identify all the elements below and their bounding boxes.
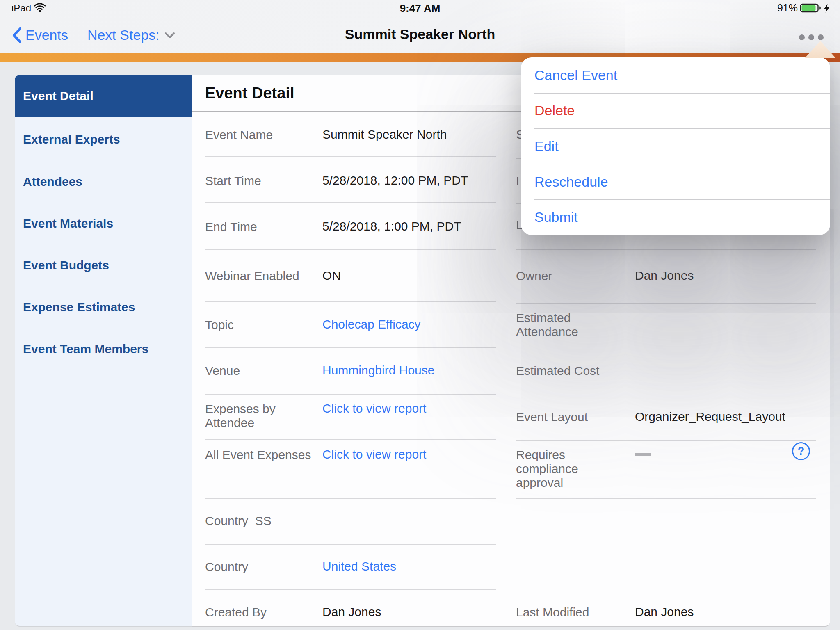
field-value: 5/28/2018, 1:00 PM, PDT <box>322 219 461 234</box>
row-divider <box>205 498 496 499</box>
field-value: ON <box>322 268 341 283</box>
sidebar-item-event-detail[interactable]: Event Detail <box>15 75 192 117</box>
venue-link[interactable]: Hummingbird House <box>322 363 434 378</box>
empty-value-dash <box>635 453 651 456</box>
battery-percent: 91% <box>777 2 798 14</box>
row-divider <box>205 439 496 440</box>
field-label: Country_SS <box>205 514 314 528</box>
field-label: Event Layout <box>516 410 604 424</box>
app-screen: iPad 9:47 AM 91% Even <box>0 0 840 630</box>
next-steps-button[interactable]: Next Steps: <box>87 27 175 43</box>
charging-bolt-icon <box>824 4 829 13</box>
ellipsis-dot <box>808 34 814 40</box>
field-label: Webinar Enabled <box>205 269 314 283</box>
row-divider <box>516 395 816 395</box>
row-divider <box>516 498 816 499</box>
row-divider <box>516 303 816 304</box>
field-label: Venue <box>205 364 314 378</box>
sidebar-item-expense-estimates[interactable]: Expense Estimates <box>23 300 135 314</box>
menu-item-submit[interactable]: Submit <box>521 199 830 235</box>
topic-link[interactable]: Cholecap Efficacy <box>322 317 421 332</box>
row-divider <box>205 202 496 203</box>
top-chrome: iPad 9:47 AM 91% Even <box>0 0 840 53</box>
chevron-down-icon <box>164 32 175 39</box>
row-divider <box>205 544 496 545</box>
expenses-by-attendee-report-link[interactable]: Click to view report <box>322 401 426 416</box>
field-label: Requires compliance approval <box>516 448 604 490</box>
back-chevron-icon <box>12 27 21 43</box>
sidebar-item-event-materials[interactable]: Event Materials <box>23 217 113 231</box>
field-label: Country <box>205 560 314 574</box>
field-label: End Time <box>205 220 314 234</box>
country-link[interactable]: United States <box>322 559 396 574</box>
field-value: Summit Speaker North <box>322 127 447 142</box>
ellipsis-dot <box>799 34 805 40</box>
sidebar-item-event-budgets[interactable]: Event Budgets <box>23 258 109 272</box>
row-divider <box>205 394 496 395</box>
actions-popover: Cancel Event Delete Edit Reschedule Subm… <box>521 57 830 235</box>
field-value: Dan Jones <box>635 604 694 620</box>
menu-item-reschedule[interactable]: Reschedule <box>521 164 830 200</box>
back-button[interactable]: Events <box>12 27 68 43</box>
field-value: Dan Jones <box>635 268 694 283</box>
more-actions-button[interactable] <box>797 32 826 43</box>
row-divider <box>516 249 816 250</box>
ellipsis-dot <box>818 34 824 40</box>
field-label: All Event Expenses <box>205 448 314 462</box>
row-divider <box>205 347 496 348</box>
back-button-label: Events <box>25 27 68 43</box>
help-icon[interactable]: ? <box>792 442 810 460</box>
all-event-expenses-report-link[interactable]: Click to view report <box>322 447 426 462</box>
device-label: iPad <box>11 2 31 14</box>
menu-item-edit[interactable]: Edit <box>521 128 830 164</box>
page-title: Summit Speaker North <box>345 26 495 42</box>
menu-item-delete[interactable]: Delete <box>521 93 830 129</box>
row-divider <box>516 440 816 441</box>
sidebar: Event Detail External Experts Attendees … <box>15 75 192 627</box>
field-label: Last Modified <box>516 605 604 619</box>
field-label: Start Time <box>205 174 314 188</box>
sidebar-item-label: Event Detail <box>23 89 94 103</box>
row-divider <box>205 589 496 590</box>
field-value: Dan Jones <box>322 604 381 620</box>
battery-status: 91% <box>777 2 829 14</box>
row-divider <box>516 349 816 349</box>
field-label: Topic <box>205 318 314 332</box>
field-label: Expenses by Attendee <box>205 402 314 430</box>
battery-icon <box>800 2 822 14</box>
field-label: Estimated Cost <box>516 364 604 378</box>
sidebar-item-event-team-members[interactable]: Event Team Members <box>23 342 148 356</box>
wifi-icon <box>34 3 46 14</box>
row-divider <box>205 301 496 302</box>
field-label: Owner <box>516 269 604 283</box>
field-value: Organizer_Request_Layout <box>635 409 785 425</box>
sidebar-item-attendees[interactable]: Attendees <box>23 175 82 189</box>
field-label: Created By <box>205 605 314 619</box>
field-value: 5/28/2018, 12:00 PM, PDT <box>322 173 468 188</box>
row-divider <box>205 249 496 250</box>
menu-item-cancel-event[interactable]: Cancel Event <box>521 57 830 93</box>
clock: 9:47 AM <box>400 2 441 15</box>
field-label: Estimated Attendance <box>516 311 604 339</box>
sidebar-item-external-experts[interactable]: External Experts <box>23 132 120 146</box>
next-steps-label: Next Steps: <box>87 27 160 43</box>
row-divider <box>205 156 496 157</box>
field-label: Event Name <box>205 128 314 142</box>
